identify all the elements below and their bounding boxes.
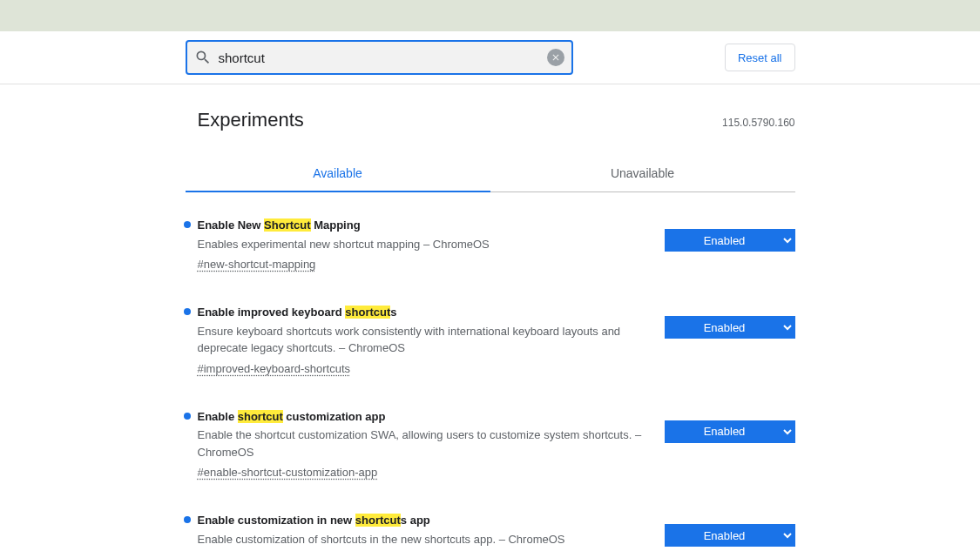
version-label: 115.0.5790.160 (722, 117, 794, 129)
search-input[interactable] (212, 50, 547, 65)
tab-available[interactable]: Available (186, 156, 490, 192)
flag-state-select[interactable]: DefaultEnabledDisabled (665, 229, 795, 252)
flag-state-select[interactable]: DefaultEnabledDisabled (665, 316, 795, 339)
flag-title: Enable improved keyboard shortcuts (198, 304, 647, 321)
flag-row: Enable customization in new shortcuts ap… (198, 512, 795, 551)
search-box[interactable] (186, 40, 573, 75)
flag-title: Enable New Shortcut Mapping (198, 217, 647, 234)
close-icon (551, 52, 561, 63)
flag-permalink[interactable]: #new-shortcut-mapping (198, 258, 316, 271)
flag-state-select[interactable]: DefaultEnabledDisabled (665, 420, 795, 443)
top-banner (0, 0, 980, 31)
flags-list: Enable New Shortcut MappingEnables exper… (186, 217, 795, 551)
flag-description: Ensure keyboard shortcuts work consisten… (198, 323, 647, 357)
modified-dot-icon (184, 221, 191, 228)
modified-dot-icon (184, 413, 191, 420)
flag-description: Enable customization of shortcuts in the… (198, 531, 647, 548)
title-row: Experiments 115.0.5790.160 (186, 109, 795, 131)
tab-unavailable[interactable]: Unavailable (490, 156, 795, 192)
flag-body: Enable improved keyboard shortcutsEnsure… (198, 304, 795, 375)
clear-search-button[interactable] (547, 49, 564, 66)
flag-permalink[interactable]: #improved-keyboard-shortcuts (198, 362, 351, 375)
modified-dot-icon (184, 516, 191, 523)
flag-body: Enable shortcut customization appEnable … (198, 408, 795, 480)
flag-description: Enables experimental new shortcut mappin… (198, 236, 647, 253)
flag-state-select[interactable]: DefaultEnabledDisabled (665, 524, 795, 547)
search-icon (194, 49, 212, 66)
page-title: Experiments (198, 109, 304, 131)
flag-title: Enable shortcut customization app (198, 408, 647, 426)
flag-row: Enable improved keyboard shortcutsEnsure… (198, 304, 795, 375)
flag-row: Enable shortcut customization appEnable … (198, 408, 795, 480)
tabs: Available Unavailable (186, 156, 795, 192)
flag-description: Enable the shortcut customization SWA, a… (198, 427, 647, 460)
reset-all-button[interactable]: Reset all (725, 44, 795, 71)
flag-permalink[interactable]: #enable-shortcut-customization-app (198, 466, 378, 479)
flag-row: Enable New Shortcut MappingEnables exper… (198, 217, 795, 271)
header: Reset all (0, 31, 980, 84)
flag-title: Enable customization in new shortcuts ap… (198, 512, 647, 529)
modified-dot-icon (184, 308, 191, 315)
